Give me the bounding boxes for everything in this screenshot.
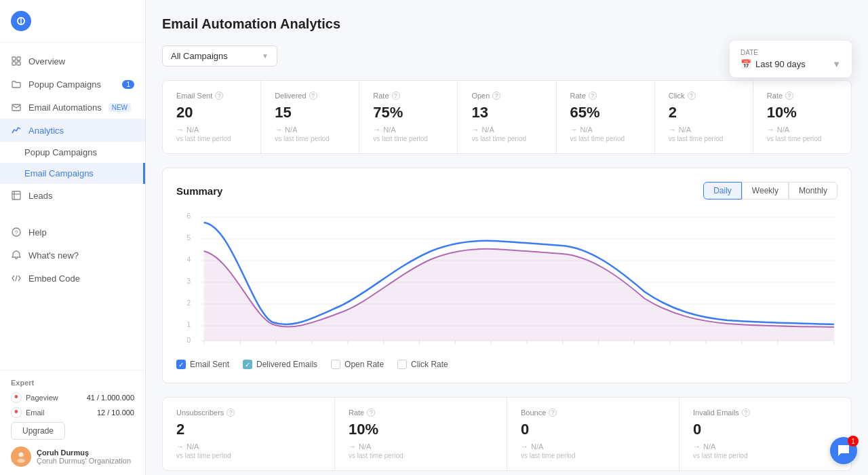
sidebar-item-email-automations[interactable]: Email Automations NEW xyxy=(0,96,145,119)
chart-section: Summary Daily Weekly Monthly 6 5 4 3 2 1… xyxy=(162,168,852,383)
click-info-icon[interactable]: ? xyxy=(688,92,696,100)
rate3-info-icon[interactable]: ? xyxy=(785,92,793,100)
stat-value-delivered: 15 xyxy=(275,104,345,121)
chat-button[interactable]: 1 xyxy=(830,437,857,464)
sidebar-item-whats-new-label: What's new? xyxy=(28,250,79,261)
sidebar-item-leads-label: Leads xyxy=(28,191,52,201)
user-org: Çoruh Durmuş' Organization xyxy=(37,457,131,465)
svg-point-13 xyxy=(19,453,24,457)
bottom-stat-bounce: Bounce ? 0 → N/A vs last time period xyxy=(507,398,679,470)
legend-item-email-sent[interactable]: ✓ Email Sent xyxy=(176,360,229,369)
period-btn-daily[interactable]: Daily xyxy=(703,182,742,200)
rate1-info-icon[interactable]: ? xyxy=(392,92,400,100)
summary-chart: 6 5 4 3 2 1 0 xyxy=(176,210,837,346)
svg-text:6: 6 xyxy=(186,212,191,220)
email-usage-value: 12 / 10.000 xyxy=(97,408,134,417)
chat-badge: 1 xyxy=(848,436,859,446)
chart-legend: ✓ Email Sent ✓ Delivered Emails Open Rat… xyxy=(176,354,837,369)
legend-item-open-rate[interactable]: Open Rate xyxy=(331,360,384,369)
stat-vs-rate-bottom: vs last time period xyxy=(349,452,493,459)
stat-value-open: 13 xyxy=(471,104,542,121)
date-dropdown[interactable]: Date 📅 Last 90 days ▼ xyxy=(730,41,852,77)
main-content: Email Automation Analytics All Campaigns… xyxy=(146,0,868,475)
app-logo xyxy=(11,11,31,31)
stat-label-rate-3: Rate ? xyxy=(767,92,837,100)
legend-item-delivered-emails[interactable]: ✓ Delivered Emails xyxy=(243,360,317,369)
stat-arrow-rate-bottom-icon: → xyxy=(349,442,356,451)
campaign-select-chevron-icon: ▼ xyxy=(262,52,269,60)
open-rate-checkbox[interactable] xyxy=(331,360,340,369)
stat-label-unsubscribers: Unsubscribers ? xyxy=(176,408,321,417)
stat-vs-delivered: vs last time period xyxy=(275,135,345,142)
email-icon xyxy=(11,102,22,113)
click-rate-checkbox[interactable] xyxy=(397,360,407,369)
legend-label-delivered-emails: Delivered Emails xyxy=(256,360,317,369)
bottom-stat-unsubscribers: Unsubscribers ? 2 → N/A vs last time per… xyxy=(163,398,335,470)
stat-change-open: → N/A xyxy=(471,126,542,134)
avatar xyxy=(11,446,31,467)
stat-arrow-unsubscribers-icon: → xyxy=(176,442,184,451)
svg-rect-3 xyxy=(17,57,20,60)
stat-label-bounce: Bounce ? xyxy=(521,408,665,417)
stat-label-email-sent: Email Sent ? xyxy=(176,92,247,100)
sidebar-item-popup-campaigns[interactable]: Popup Campaigns 1 xyxy=(0,73,145,96)
sidebar-item-whats-new[interactable]: What's new? xyxy=(0,244,145,267)
sidebar-item-help-label: Help xyxy=(28,227,47,238)
upgrade-button[interactable]: Upgrade xyxy=(11,422,65,440)
stat-change-delivered: → N/A xyxy=(275,126,345,134)
stat-value-click: 2 xyxy=(669,104,739,121)
user-name: Çoruh Durmuş xyxy=(37,449,131,457)
svg-rect-4 xyxy=(12,62,16,65)
email-sent-checkbox[interactable]: ✓ xyxy=(176,360,186,369)
sidebar-subitem-popup-campaigns[interactable]: Popup Campaigns xyxy=(0,142,145,163)
unsubscribers-info-icon[interactable]: ? xyxy=(226,408,235,417)
sidebar-item-embed-code[interactable]: Embed Code xyxy=(0,267,145,290)
pageview-value: 41 / 1.000.000 xyxy=(87,394,134,402)
svg-line-12 xyxy=(16,276,17,281)
sidebar-item-overview[interactable]: Overview xyxy=(0,50,145,73)
period-btn-weekly[interactable]: Weekly xyxy=(742,182,789,200)
delivered-info-icon[interactable]: ? xyxy=(309,92,317,100)
invalid-emails-info-icon[interactable]: ? xyxy=(742,408,750,417)
sidebar-item-leads[interactable]: Leads xyxy=(0,184,145,207)
stat-label-invalid-emails: Invalid Emails ? xyxy=(693,408,837,417)
stat-value-email-sent: 20 xyxy=(176,104,247,121)
period-btn-monthly[interactable]: Monthly xyxy=(789,182,837,200)
stat-value-rate-1: 75% xyxy=(373,104,443,121)
stat-arrow-bounce-icon: → xyxy=(521,442,528,451)
sidebar-item-popup-campaigns-label: Popup Campaigns xyxy=(28,79,101,90)
bounce-info-icon[interactable]: ? xyxy=(549,408,557,417)
sidebar-subitem-email-campaigns-label: Email Campaigns xyxy=(24,168,94,178)
stat-label-delivered: Delivered ? xyxy=(275,92,345,100)
rate2-info-icon[interactable]: ? xyxy=(589,92,597,100)
stat-label-click: Click ? xyxy=(669,92,739,100)
svg-point-14 xyxy=(17,459,25,463)
grid-icon xyxy=(11,56,22,66)
stat-vs-unsubscribers: vs last time period xyxy=(176,452,321,459)
date-value-text: Last 90 days xyxy=(755,59,806,69)
svg-rect-5 xyxy=(17,62,20,65)
sidebar-item-analytics[interactable]: Analytics xyxy=(0,119,145,142)
help-icon: ? xyxy=(11,227,22,238)
sidebar-subitem-popup-campaigns-label: Popup Campaigns xyxy=(24,147,97,157)
delivered-emails-checkbox[interactable]: ✓ xyxy=(243,360,252,369)
sidebar-item-overview-label: Overview xyxy=(28,56,65,66)
date-dropdown-label: Date xyxy=(741,49,841,56)
stat-card-open: Open ? 13 → N/A vs last time period xyxy=(458,81,556,153)
open-info-icon[interactable]: ? xyxy=(492,92,500,100)
stat-change-invalid-emails: → N/A xyxy=(693,442,837,451)
sidebar-item-help[interactable]: ? Help xyxy=(0,221,145,244)
rate-bottom-info-icon[interactable]: ? xyxy=(367,408,375,417)
legend-item-click-rate[interactable]: Click Rate xyxy=(397,360,448,369)
delivered-area xyxy=(204,249,834,341)
sidebar-subitem-email-campaigns[interactable]: Email Campaigns xyxy=(0,163,145,184)
stat-vs-rate-2: vs last time period xyxy=(570,135,641,142)
stat-change-bounce: → N/A xyxy=(521,442,665,451)
chart-period-buttons: Daily Weekly Monthly xyxy=(703,182,837,200)
stat-value-bounce: 0 xyxy=(521,421,665,438)
campaign-select-dropdown[interactable]: All Campaigns ▼ xyxy=(162,45,277,66)
leads-icon xyxy=(11,190,22,201)
legend-label-open-rate: Open Rate xyxy=(344,360,384,369)
email-sent-info-icon[interactable]: ? xyxy=(215,92,223,100)
stat-vs-rate-3: vs last time period xyxy=(767,135,837,142)
